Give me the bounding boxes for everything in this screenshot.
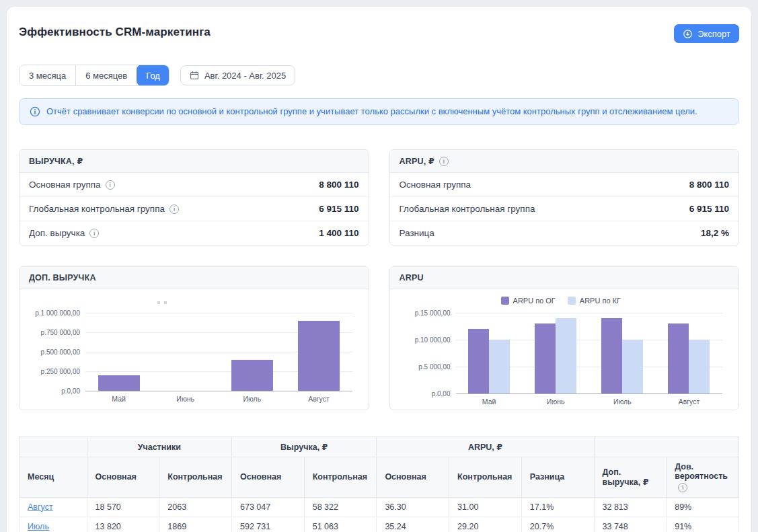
legend-item[interactable]: ARPU по КГ: [568, 297, 621, 305]
arpu-summary-card: ARPU, ₽i Основная группа 8 800 110 Глоба…: [389, 149, 740, 245]
arpu-chart: ARPU по ОГARPU по КГр.0,00р.5 000,00р.10…: [390, 289, 739, 410]
table-cell: 592 731: [231, 517, 304, 532]
x-axis-label: Май: [85, 395, 152, 403]
x-axis-label: Июнь: [523, 397, 589, 406]
month-link[interactable]: Июль: [28, 522, 49, 531]
x-axis-label: Август: [656, 397, 722, 406]
table-cell: 91%: [667, 517, 739, 532]
legend-label: ARPU по ОГ: [513, 297, 556, 305]
table-cell: 1869: [159, 517, 232, 532]
export-button[interactable]: Экспорт: [674, 24, 739, 43]
table-cell: 2063: [159, 497, 232, 517]
period-tab-3-months[interactable]: 3 месяца: [20, 65, 76, 85]
table-group-header: Выручка, ₽: [231, 437, 376, 457]
summary-value: 18,2 %: [701, 228, 729, 238]
table-cell: 17.1%: [521, 497, 594, 517]
y-axis-label: р.750 000,00: [26, 330, 80, 336]
monthly-report-table: УчастникиВыручка, ₽ARPU, ₽МесяцОсновнаяК…: [19, 436, 739, 532]
info-icon[interactable]: i: [439, 157, 449, 166]
bar-group: [231, 360, 273, 391]
y-axis-label: р.10 000,00: [397, 337, 451, 344]
period-segmented-control: 3 месяца 6 месяцев Год: [19, 65, 169, 86]
bar-group: [298, 321, 340, 391]
table-column-header: Контрольная: [159, 457, 232, 498]
bar-group: [601, 318, 643, 393]
table-cell: 89%: [667, 497, 739, 517]
plot: р.0,00р.5 000,00р.10 000,00р.15 000,00: [456, 309, 723, 394]
x-axis-labels: МайИюньИюльАвгуст: [85, 395, 352, 403]
chart-title: ДОП. ВЫРУЧКА: [20, 267, 369, 289]
summary-row-extra-revenue: Доп. выручкаi 1 400 110: [20, 221, 369, 245]
info-icon[interactable]: i: [89, 229, 99, 238]
table-cell: 20.7%: [521, 517, 594, 532]
info-icon[interactable]: i: [675, 483, 687, 492]
bar: [601, 318, 622, 393]
bar: [231, 360, 273, 391]
table-column-header: Разница: [521, 457, 594, 498]
legend-swatch: [501, 297, 509, 305]
period-tab-year[interactable]: Год: [137, 65, 169, 86]
table-cell: 31.00: [449, 497, 522, 517]
bar: [556, 318, 576, 393]
summary-row-control-group: Глобальная контрольная группаi 6 915 110: [20, 197, 369, 221]
summary-value: 6 915 110: [689, 204, 729, 214]
page-header: Эффективность CRM-маркетинга Экспорт: [19, 24, 739, 43]
table-group-header: Участники: [87, 437, 231, 457]
legend-swatch: [568, 297, 576, 305]
summary-value: 8 800 110: [689, 180, 729, 190]
summary-row-control-group: Глобальная контрольная группа 6 915 110: [390, 197, 739, 221]
chart-legend: ARPU по ОГARPU по КГ: [400, 295, 723, 307]
y-axis-label: р.15 000,00: [397, 310, 451, 317]
date-range-label: Авг. 2024 - Авг. 2025: [204, 71, 286, 81]
table-cell: 32 813: [594, 497, 667, 517]
table-column-header: Месяц: [20, 457, 87, 498]
legend-label: ARPU по КГ: [580, 297, 621, 305]
table-cell: 13 820: [87, 517, 159, 532]
y-axis-label: р.250 000,00: [26, 369, 80, 375]
table-column-header: Основная: [231, 457, 304, 498]
gridline: [85, 313, 352, 313]
export-icon: [683, 29, 693, 39]
chart-plot-area: р.0,00р.250 000,00р.500 000,00р.750 000,…: [85, 293, 352, 403]
table-cell: 29.20: [449, 517, 522, 532]
y-axis-label: р.5 000,00: [397, 364, 451, 371]
x-axis-label: Май: [456, 397, 523, 406]
x-axis-label: Июль: [219, 395, 285, 403]
table-group-header: ARPU, ₽: [377, 437, 594, 457]
summary-value: 1 400 110: [319, 228, 358, 238]
table-column-header-row: МесяцОсновнаяКонтрольнаяОсновнаяКонтроль…: [20, 457, 739, 498]
table-group-header: [20, 437, 87, 457]
table-row: Август18 5702063673 04758 32236.3031.001…: [20, 497, 739, 517]
table-column-header: Контрольная: [449, 457, 522, 498]
table-column-header: Контрольная: [304, 457, 377, 498]
month-cell: Июль: [20, 517, 87, 532]
month-cell: Август: [20, 497, 87, 517]
table-cell: 36.30: [377, 497, 449, 517]
bar-group: [468, 329, 510, 393]
legend-item[interactable]: ARPU по ОГ: [501, 297, 556, 305]
period-tab-6-months[interactable]: 6 месяцев: [76, 65, 137, 85]
x-axis-label: Август: [285, 395, 352, 403]
bar-group: [668, 324, 710, 393]
table-row: Июль13 8201869592 73151 06335.2429.2020.…: [20, 517, 739, 532]
info-icon[interactable]: i: [169, 204, 179, 214]
summary-value: 6 915 110: [319, 204, 358, 214]
bar: [689, 340, 710, 393]
y-axis-label: р.0,00: [397, 391, 451, 397]
date-range-button[interactable]: Авг. 2024 - Авг. 2025: [180, 65, 295, 85]
gridline: [456, 393, 723, 394]
bar: [668, 324, 689, 393]
table-column-header: Доп. выручка, ₽: [594, 457, 667, 498]
y-axis-label: р.1 000 000,00: [26, 310, 80, 317]
table-cell: 58 322: [304, 497, 377, 517]
card-title: ARPU, ₽i: [390, 150, 739, 173]
revenue-summary-card: ВЫРУЧКА, ₽ Основная группаi 8 800 110 Гл…: [19, 149, 369, 245]
bar: [622, 340, 643, 393]
month-link[interactable]: Август: [28, 502, 53, 512]
info-icon[interactable]: i: [106, 180, 115, 190]
charts-row: ДОП. ВЫРУЧКА р.0,00р.250 000,00р.500 000…: [19, 266, 739, 410]
chart-plot-area: р.0,00р.5 000,00р.10 000,00р.15 000,00Ма…: [456, 309, 723, 406]
summary-row-difference: Разница 18,2 %: [390, 221, 739, 245]
table-cell: 18 570: [87, 497, 159, 517]
filter-controls: 3 месяца 6 месяцев Год Авг. 2024 - Авг. …: [19, 65, 739, 86]
